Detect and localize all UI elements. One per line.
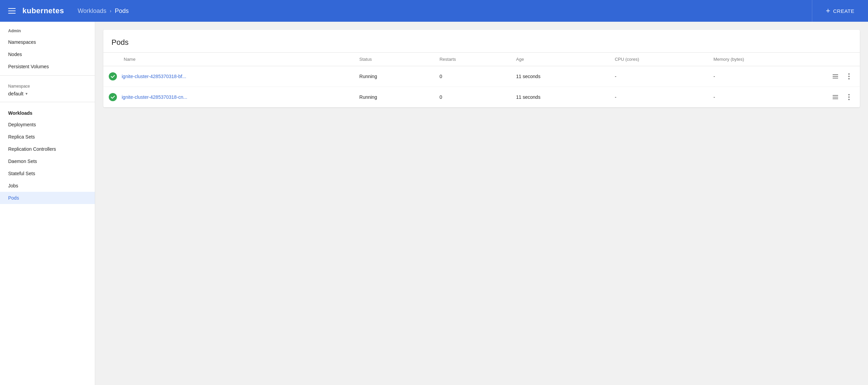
status-running-icon-0 — [109, 72, 117, 80]
pod-memory-1: - — [708, 87, 824, 108]
breadcrumb-parent[interactable]: Workloads — [77, 7, 106, 15]
pod-actions-1 — [824, 87, 860, 108]
sidebar-item-replica-sets[interactable]: Replica Sets — [0, 131, 95, 143]
sidebar-item-pods[interactable]: Pods — [0, 192, 95, 204]
sidebar-item-nodes[interactable]: Nodes — [0, 48, 95, 60]
col-age: Age — [511, 53, 609, 66]
create-label: CREATE — [833, 8, 854, 14]
app-header: kubernetes Workloads › Pods + CREATE — [0, 0, 868, 22]
sidebar-item-daemon-sets[interactable]: Daemon Sets — [0, 155, 95, 167]
sidebar-item-persistent-volumes[interactable]: Persistent Volumes — [0, 60, 95, 73]
sidebar: Admin Namespaces Nodes Persistent Volume… — [0, 22, 95, 385]
table-header-row: Name Status Restarts Age CPU (cores) — [103, 53, 860, 66]
app-logo: kubernetes — [22, 6, 64, 15]
chevron-down-icon: ▾ — [25, 91, 28, 96]
col-status: Status — [354, 53, 434, 66]
body-layout: Admin Namespaces Nodes Persistent Volume… — [0, 22, 868, 385]
col-restarts: Restarts — [434, 53, 510, 66]
main-content: Pods Name Status Restarts — [95, 22, 868, 385]
pod-name-link-0[interactable]: ignite-cluster-4285370318-bf... — [122, 74, 186, 79]
pod-name-cell-0: ignite-cluster-4285370318-bf... — [103, 66, 354, 87]
hamburger-menu[interactable] — [8, 8, 16, 14]
pod-age-0: 11 seconds — [511, 66, 609, 87]
pods-table: Name Status Restarts Age CPU (cores) — [103, 53, 860, 107]
pod-memory-0: - — [708, 66, 824, 87]
logs-icon-0[interactable] — [830, 71, 841, 82]
more-options-icon-1[interactable] — [844, 92, 854, 103]
sidebar-item-deployments[interactable]: Deployments — [0, 118, 95, 131]
pods-card: Pods Name Status Restarts — [103, 30, 860, 107]
breadcrumb-current: Pods — [115, 7, 129, 15]
pod-status-0: Running — [354, 66, 434, 87]
table-row: ignite-cluster-4285370318-cn... Running … — [103, 87, 860, 108]
sidebar-divider-2 — [0, 102, 95, 102]
plus-icon: + — [826, 6, 830, 15]
col-memory: Memory (bytes) — [708, 53, 824, 66]
pod-age-1: 11 seconds — [511, 87, 609, 108]
pod-cpu-0: - — [609, 66, 708, 87]
sidebar-divider — [0, 75, 95, 76]
pod-actions-0 — [824, 66, 860, 87]
logs-icon-1[interactable] — [830, 92, 841, 103]
sidebar-item-jobs[interactable]: Jobs — [0, 180, 95, 192]
workloads-section-label: Workloads — [0, 105, 95, 118]
namespace-value: default — [8, 91, 23, 96]
pod-name-cell-1: ignite-cluster-4285370318-cn... — [103, 87, 354, 108]
table-row: ignite-cluster-4285370318-bf... Running … — [103, 66, 860, 87]
pod-restarts-1: 0 — [434, 87, 510, 108]
col-actions — [824, 53, 860, 66]
pod-restarts-0: 0 — [434, 66, 510, 87]
namespace-selector[interactable]: default ▾ — [8, 91, 87, 96]
sidebar-item-replication-controllers[interactable]: Replication Controllers — [0, 143, 95, 155]
admin-section-label: Admin — [0, 22, 95, 36]
sidebar-item-stateful-sets[interactable]: Stateful Sets — [0, 167, 95, 180]
pod-status-1: Running — [354, 87, 434, 108]
col-cpu: CPU (cores) — [609, 53, 708, 66]
pod-cpu-1: - — [609, 87, 708, 108]
col-name: Name — [103, 53, 354, 66]
breadcrumb-chevron: › — [110, 8, 111, 14]
breadcrumb: Workloads › Pods — [77, 7, 128, 15]
namespace-label: Namespace — [8, 84, 87, 89]
create-button[interactable]: + CREATE — [812, 0, 868, 22]
pod-name-link-1[interactable]: ignite-cluster-4285370318-cn... — [122, 94, 187, 100]
page-title: Pods — [103, 30, 860, 52]
status-running-icon-1 — [109, 93, 117, 101]
more-options-icon-0[interactable] — [844, 71, 854, 82]
sidebar-item-namespaces[interactable]: Namespaces — [0, 36, 95, 48]
namespace-section: Namespace default ▾ — [0, 78, 95, 99]
